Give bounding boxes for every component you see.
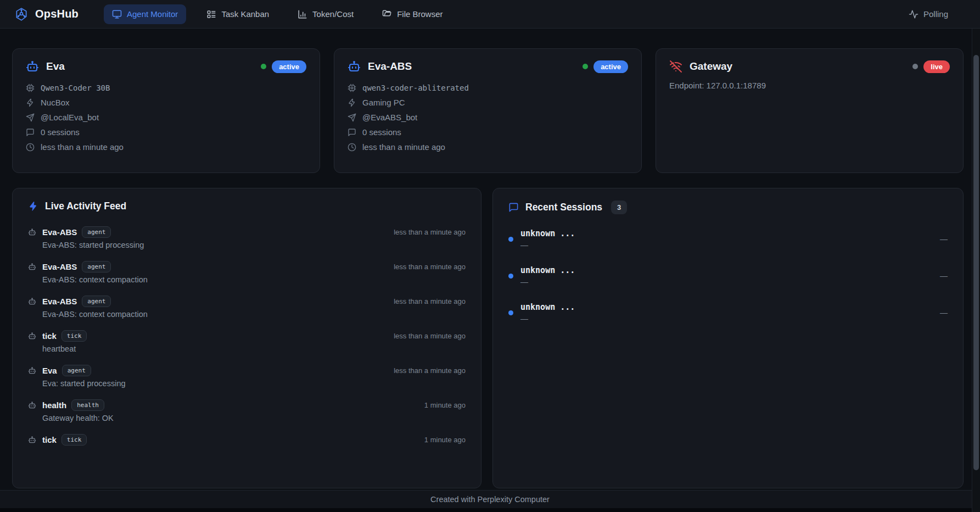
feed-message: Eva-ABS: context compaction <box>42 310 466 319</box>
robot-icon <box>28 263 36 271</box>
feed-timestamp: less than a minute ago <box>394 228 466 236</box>
folder-icon <box>382 9 392 19</box>
tab-label: File Browser <box>397 9 443 19</box>
agent-model: Qwen3-Coder 30B <box>41 84 110 92</box>
robot-icon <box>26 60 39 73</box>
polling-status: Polling <box>909 9 961 19</box>
footer-credit: Created with Perplexity Computer <box>430 495 550 504</box>
agent-handle: @LocalEva_bot <box>41 113 99 122</box>
feed-item: Eva-ABS agent less than a minute ago Eva… <box>28 226 466 249</box>
feed-timestamp: less than a minute ago <box>394 263 466 271</box>
session-meta: — <box>940 271 948 280</box>
tab-agent-monitor[interactable]: Agent Monitor <box>104 4 186 24</box>
feed-type-badge: tick <box>61 330 87 342</box>
session-title: unknown ... <box>520 229 575 238</box>
session-meta: — <box>940 308 948 317</box>
session-subtitle: — <box>520 314 575 323</box>
sessions-count-badge: 3 <box>611 201 627 214</box>
feed-item: Eva-ABS agent less than a minute ago Eva… <box>28 261 466 284</box>
clock-icon <box>348 143 356 152</box>
monitor-icon <box>112 9 122 19</box>
session-status-dot <box>508 274 513 279</box>
app-title: OpsHub <box>35 8 79 20</box>
robot-icon <box>28 297 36 305</box>
sessions-title: Recent Sessions <box>525 202 602 213</box>
session-title: unknown ... <box>520 265 575 275</box>
session-subtitle: — <box>520 241 575 249</box>
clock-icon <box>26 143 35 152</box>
session-row[interactable]: unknown ... — — <box>508 302 948 323</box>
opshub-logo-icon <box>14 7 29 21</box>
feed-message: Eva-ABS: started processing <box>42 241 466 249</box>
robot-icon <box>28 401 36 409</box>
agent-model: qwen3-coder-abliterated <box>362 84 469 92</box>
robot-icon <box>28 332 36 340</box>
feed-item: Eva agent less than a minute ago Eva: st… <box>28 365 466 388</box>
panels-row: Live Activity Feed Eva-ABS agent less th… <box>12 188 964 488</box>
agent-sessions: 0 sessions <box>362 127 401 137</box>
brand: OpsHub <box>14 7 79 21</box>
agent-card-eva-abs: Eva-ABS active qwen3-coder-abliterated G… <box>334 48 642 173</box>
nav-tabs: Agent Monitor Task Kanban Token/Cost Fil… <box>104 4 451 24</box>
scrollbar-thumb[interactable] <box>973 55 979 470</box>
send-icon <box>348 113 356 122</box>
feed-message: Eva-ABS: context compaction <box>42 275 466 284</box>
feed-type-badge: agent <box>62 365 91 376</box>
feed-message: heartbeat <box>42 344 466 353</box>
cpu-icon <box>348 84 356 92</box>
tab-token-cost[interactable]: Token/Cost <box>289 4 362 24</box>
status-dot-gray <box>912 64 918 69</box>
status-cards-row: Eva active Qwen3-Coder 30B NucBox @Local… <box>12 48 964 173</box>
feed-timestamp: less than a minute ago <box>394 366 466 375</box>
main-content: Eva active Qwen3-Coder 30B NucBox @Local… <box>0 29 980 490</box>
footer: Created with Perplexity Computer <box>0 490 980 508</box>
tab-label: Task Kanban <box>221 9 269 19</box>
feed-item: Eva-ABS agent less than a minute ago Eva… <box>28 296 466 319</box>
tab-label: Agent Monitor <box>127 9 178 19</box>
feed-message: Eva: started processing <box>42 379 466 388</box>
session-row[interactable]: unknown ... — — <box>508 265 948 286</box>
tab-file-browser[interactable]: File Browser <box>374 4 451 24</box>
feed-source: Eva-ABS <box>42 262 77 271</box>
vertical-scrollbar[interactable] <box>972 29 980 512</box>
status-badge: active <box>272 60 306 73</box>
feed-source: health <box>42 400 66 410</box>
feed-list: Eva-ABS agent less than a minute ago Eva… <box>28 226 466 446</box>
message-square-icon <box>26 128 35 137</box>
agent-last-activity: less than a minute ago <box>41 142 124 152</box>
status-badge: active <box>593 60 628 73</box>
session-row[interactable]: unknown ... — — <box>508 229 948 249</box>
message-square-icon <box>508 202 519 213</box>
wifi-off-icon <box>669 60 682 73</box>
agent-sessions: 0 sessions <box>41 127 80 137</box>
app-root: OpsHub Agent Monitor Task Kanban Token/C… <box>0 0 980 508</box>
feed-timestamp: 1 minute ago <box>424 401 466 409</box>
feed-message: Gateway health: OK <box>42 414 466 422</box>
robot-icon <box>348 60 361 73</box>
live-badge: live <box>923 60 950 73</box>
feed-item: tick tick 1 minute ago <box>28 434 466 446</box>
zap-icon <box>26 98 35 107</box>
tab-label: Token/Cost <box>312 9 354 19</box>
send-icon <box>26 113 35 122</box>
status-dot-green <box>583 64 588 69</box>
robot-icon <box>28 366 36 375</box>
feed-title: Live Activity Feed <box>45 201 126 212</box>
feed-source: Eva-ABS <box>42 227 77 237</box>
recent-sessions-panel: Recent Sessions 3 unknown ... — — <box>492 188 964 488</box>
agent-name: Eva <box>46 60 65 73</box>
cpu-icon <box>26 84 35 92</box>
session-title: unknown ... <box>520 302 575 312</box>
session-subtitle: — <box>520 277 575 286</box>
gateway-card: Gateway live Endpoint: 127.0.0.1:18789 <box>656 48 964 173</box>
message-square-icon <box>348 128 356 137</box>
tab-task-kanban[interactable]: Task Kanban <box>198 4 277 24</box>
feed-type-badge: agent <box>82 296 111 307</box>
sessions-list: unknown ... — — unknown ... — <box>508 229 948 323</box>
agent-last-activity: less than a minute ago <box>362 142 445 152</box>
feed-type-badge: tick <box>61 434 87 446</box>
agent-name: Eva-ABS <box>368 60 412 73</box>
session-status-dot <box>508 310 513 315</box>
kanban-list-icon <box>206 9 216 19</box>
agent-host: Gaming PC <box>362 98 405 107</box>
